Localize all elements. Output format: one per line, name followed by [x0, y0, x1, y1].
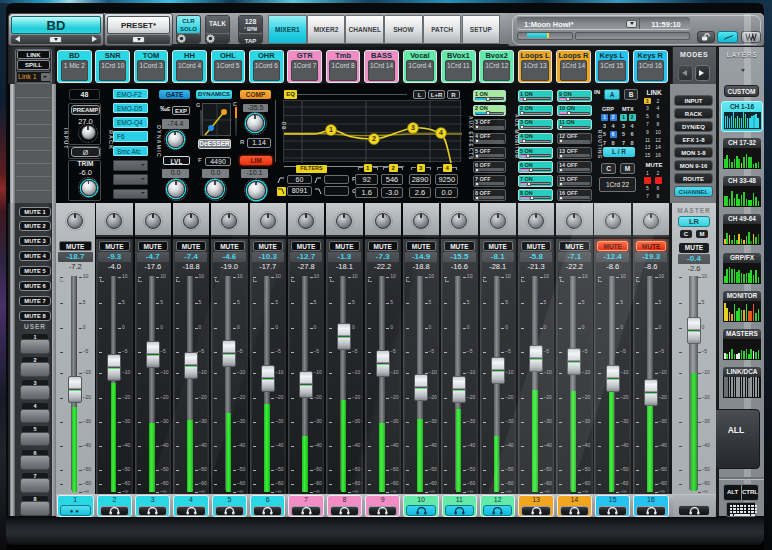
svg-text:4: 4: [439, 129, 443, 136]
svg-text:1: 1: [329, 126, 333, 133]
svg-text:2: 2: [372, 135, 376, 142]
svg-text:3: 3: [411, 124, 415, 131]
